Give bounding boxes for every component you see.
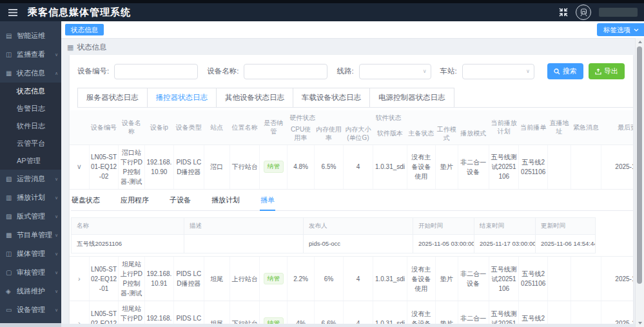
operation-message-icon: ▧ bbox=[6, 175, 14, 183]
column-header: 当前播单 bbox=[519, 110, 547, 144]
hamburger-menu-icon[interactable] bbox=[8, 9, 17, 16]
cell: 6.6% bbox=[315, 301, 343, 327]
search-button[interactable]: 搜索 bbox=[547, 63, 583, 79]
column-header: 软件版本 bbox=[373, 123, 407, 145]
chevron-down-icon: ∨ bbox=[55, 177, 58, 182]
column-header: 当前播放计划 bbox=[489, 110, 519, 144]
detail-tab[interactable]: 子设备 bbox=[169, 192, 191, 211]
log-tab[interactable]: 其他设备状态日志 bbox=[216, 88, 293, 107]
table-row: ∨LN05-ST01-EQ12-02滘口站下行PDP控制器-测试192.168.… bbox=[70, 144, 633, 189]
cell: 192.168.10.91 bbox=[144, 257, 173, 301]
play-plan-icon: ▥ bbox=[6, 194, 14, 201]
chevron-down-icon bbox=[634, 28, 639, 32]
column-header: 播放模式 bbox=[458, 123, 489, 145]
cell: 1.0.31_sdi bbox=[373, 301, 407, 327]
user-avatar-train-icon[interactable] bbox=[576, 5, 591, 20]
sidebar-subitem[interactable]: 云管平台 bbox=[0, 135, 61, 152]
station-select[interactable]: ∨ bbox=[462, 64, 534, 79]
column-header: 主备状态 bbox=[407, 123, 435, 145]
column-group-header: 软件状态 bbox=[373, 110, 489, 123]
sidebar-item[interactable]: ▧运营消息∨ bbox=[0, 170, 61, 188]
sidebar-item-label: 智能运维 bbox=[17, 31, 45, 41]
detail-tab[interactable]: 硬盘状态 bbox=[71, 192, 101, 211]
cell: 4% bbox=[287, 301, 314, 327]
table-row: ›LN05-ST02-EQ12-02坦尾站下行PDP控制器-测试192.168.… bbox=[70, 301, 633, 327]
fullscreen-toggle-icon[interactable] bbox=[559, 8, 568, 17]
sidebar-item[interactable]: ▭设备管理∨ bbox=[0, 301, 61, 319]
column-header: 设备编号 bbox=[89, 110, 118, 144]
status-info-icon: ▦ bbox=[6, 70, 14, 77]
detail-tab[interactable]: 播放计划 bbox=[211, 192, 240, 211]
cell: PIDS LCD播控器 bbox=[174, 301, 204, 327]
scrollbar-thumb[interactable] bbox=[637, 46, 642, 284]
cell: 1.0.31_sdi bbox=[373, 144, 407, 189]
log-tab[interactable]: 服务器状态日志 bbox=[77, 88, 148, 107]
status-table: 设备编号设备名称设备ip设备类型站点位置名称是否纳管硬件状态软件状态当前播放计划… bbox=[70, 110, 633, 327]
cell: 上行站台 bbox=[229, 257, 259, 301]
cell: 滘口站下行PDP控制器-测试 bbox=[119, 144, 144, 189]
sidebar-item[interactable]: ▢审核管理∨ bbox=[0, 263, 61, 282]
detail-tab[interactable]: 播单 bbox=[260, 192, 275, 212]
sidebar-item-label: 媒体管理 bbox=[17, 249, 45, 259]
export-icon bbox=[595, 68, 601, 75]
managed-badge: 纳管 bbox=[264, 273, 284, 284]
line-select[interactable]: ∨ bbox=[359, 64, 431, 79]
log-tab[interactable]: 车载设备状态日志 bbox=[293, 88, 370, 107]
column-header: 内存大小(单位G) bbox=[343, 123, 373, 145]
sidebar-subitem[interactable]: 软件日志 bbox=[0, 117, 61, 135]
cell: 2025-11-06 14:54:44 bbox=[536, 234, 596, 253]
device-name-input[interactable] bbox=[244, 64, 327, 79]
scroll-down-arrow[interactable] bbox=[636, 320, 644, 326]
sidebar-item[interactable]: ◫媒体管理∨ bbox=[0, 244, 61, 263]
sidebar-item[interactable]: ▨版式管理∨ bbox=[0, 207, 61, 226]
cell: PIDS LCD播控器 bbox=[174, 144, 204, 189]
filter-label: 设备名称: bbox=[207, 66, 239, 76]
status-table-wrap: 设备编号设备名称设备ip设备类型站点位置名称是否纳管硬件状态软件状态当前播放计划… bbox=[70, 110, 633, 327]
chevron-down-icon: ∨ bbox=[55, 195, 58, 201]
sidebar-item[interactable]: ▤智能运维 bbox=[0, 26, 61, 45]
sidebar-item-label: 设备管理 bbox=[17, 305, 45, 315]
topbar-right bbox=[559, 5, 638, 20]
horizontal-scrollbar[interactable] bbox=[61, 324, 636, 327]
sidebar-subitem[interactable]: AP管理 bbox=[0, 152, 61, 170]
sidebar-menu: ▤智能运维◫监播查看∨▦状态信息∧状态信息告警日志软件日志云管平台AP管理▧运营… bbox=[0, 21, 61, 319]
sidebar-item[interactable]: ▦状态信息∧ bbox=[0, 64, 61, 83]
playlist-row: 五号线20251106pids-05-occ2025-11-05 03:00:0… bbox=[72, 234, 596, 253]
row-expand-toggle[interactable]: › bbox=[70, 301, 89, 327]
scroll-up-arrow[interactable] bbox=[636, 39, 644, 45]
cell: 192.168.10.92 bbox=[144, 301, 173, 327]
active-tag-chip[interactable]: 状态信息 bbox=[65, 24, 104, 35]
cell: pids-05-occ bbox=[304, 234, 413, 253]
sidebar-item[interactable]: ▩节目单管理∨ bbox=[0, 226, 61, 244]
sidebar-item[interactable]: ◫监播查看∨ bbox=[0, 45, 61, 64]
cell: 五号线测试20251106 bbox=[489, 301, 519, 327]
row-expand-toggle[interactable]: › bbox=[70, 257, 89, 301]
log-tab[interactable]: 电源控制器状态日志 bbox=[369, 88, 454, 107]
sidebar-item-label: 播放计划 bbox=[17, 193, 45, 203]
export-button[interactable]: 导出 bbox=[589, 63, 625, 79]
chevron-down-icon: ∨ bbox=[55, 214, 58, 219]
grid-icon: ▦ bbox=[67, 43, 73, 52]
sidebar-item[interactable]: ▥播放计划∨ bbox=[0, 188, 61, 207]
playlist-table: 名称描述发布人开始时间结束时间更新时间五号线20251106pids-05-oc… bbox=[71, 217, 596, 253]
program-list-icon: ▩ bbox=[6, 232, 14, 239]
detail-tab[interactable]: 应用程序 bbox=[120, 192, 150, 211]
column-header: 是否纳管 bbox=[260, 110, 287, 144]
sidebar-submenu: 状态信息告警日志软件日志云管平台AP管理 bbox=[0, 83, 61, 170]
tag-options-label: 标签选项 bbox=[603, 23, 630, 36]
audit-manage-icon: ▢ bbox=[6, 269, 14, 276]
sidebar-item[interactable]: ◈线路维护∨ bbox=[0, 282, 61, 301]
cell: 坦尾 bbox=[204, 301, 229, 327]
log-tab[interactable]: 播控器状态日志 bbox=[147, 88, 217, 107]
cell: 没有主备设备使用 bbox=[407, 257, 435, 301]
cell: 4.8% bbox=[287, 144, 314, 189]
column-header: CPU使用率 bbox=[287, 123, 314, 145]
sidebar-subitem[interactable]: 告警日志 bbox=[0, 100, 61, 117]
cell: LN05-ST02-EQ12-01 bbox=[89, 257, 118, 301]
sidebar-subitem[interactable]: 状态信息 bbox=[0, 83, 61, 100]
cell bbox=[571, 301, 601, 327]
tag-options-button[interactable]: 标签选项 bbox=[597, 23, 644, 36]
cell: 没有主备设备使用 bbox=[407, 301, 435, 327]
device-no-input[interactable] bbox=[114, 64, 198, 79]
row-expand-toggle[interactable]: ∨ bbox=[70, 144, 89, 189]
